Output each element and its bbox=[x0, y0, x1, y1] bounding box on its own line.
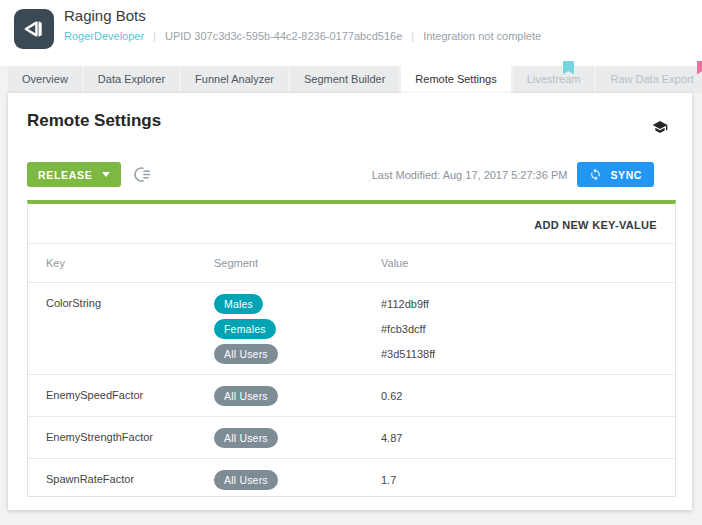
value-cell: 1.7 bbox=[381, 474, 675, 486]
bookmark-icon bbox=[697, 61, 702, 75]
tab-overview[interactable]: Overview bbox=[8, 66, 82, 93]
tab-label: Raw Data Export bbox=[610, 66, 693, 93]
segment-cell: All Users bbox=[214, 470, 381, 490]
developer-link[interactable]: RogerDeveloper bbox=[64, 30, 144, 42]
segment-badge: All Users bbox=[214, 344, 278, 364]
table-header: Key Segment Value bbox=[28, 244, 675, 283]
table-body: ColorStringMales#112db9ffFemales#fcb3dcf… bbox=[28, 283, 675, 497]
separator: | bbox=[153, 30, 156, 42]
entry-row: Females#fcb3dcff bbox=[214, 316, 675, 341]
table-row: SpawnRateFactorAll Users1.7 bbox=[28, 459, 675, 497]
value-cell: 4.87 bbox=[381, 432, 675, 444]
column-key: Key bbox=[28, 257, 214, 269]
tab-bar: OverviewData ExplorerFunnel AnalyzerSegm… bbox=[8, 66, 702, 93]
controls-row: RELEASE Last Modified: Aug 17, 2017 5:27… bbox=[27, 162, 654, 187]
separator: | bbox=[411, 30, 414, 42]
page-title: Remote Settings bbox=[27, 111, 161, 131]
tab-livestream[interactable]: Livestream bbox=[513, 66, 595, 93]
add-new-key-value-button[interactable]: ADD NEW KEY-VALUE bbox=[534, 219, 657, 231]
value-cell: 0.62 bbox=[381, 390, 675, 402]
sync-icon bbox=[589, 168, 602, 181]
segment-badge: All Users bbox=[214, 470, 278, 490]
tab-segment-builder[interactable]: Segment Builder bbox=[290, 66, 399, 93]
entry-row: All Users1.7 bbox=[214, 467, 675, 492]
value-cell: #3d51138ff bbox=[381, 348, 675, 360]
caret-down-icon bbox=[102, 172, 110, 177]
sync-label: SYNC bbox=[610, 169, 642, 181]
tab-data-explorer[interactable]: Data Explorer bbox=[84, 66, 179, 93]
entries: Males#112db9ffFemales#fcb3dcffAll Users#… bbox=[214, 291, 675, 366]
unity-logo-icon bbox=[14, 9, 54, 49]
project-meta: RogerDeveloper | UPID 307c3d3c-595b-44c2… bbox=[64, 30, 541, 42]
value-cell: #112db9ff bbox=[381, 298, 675, 310]
app-header: Raging Bots RogerDeveloper | UPID 307c3d… bbox=[0, 0, 702, 66]
table-row: ColorStringMales#112db9ffFemales#fcb3dcf… bbox=[28, 283, 675, 375]
tab-funnel-analyzer[interactable]: Funnel Analyzer bbox=[181, 66, 288, 93]
segment-cell: Females bbox=[214, 319, 381, 339]
integration-status: Integration not complete bbox=[423, 30, 541, 42]
entry-row: All Users4.87 bbox=[214, 425, 675, 450]
segment-cell: Males bbox=[214, 294, 381, 314]
upid-text: UPID 307c3d3c-595b-44c2-8236-0177abcd516… bbox=[165, 30, 402, 42]
tab-label: Funnel Analyzer bbox=[195, 66, 274, 93]
segment-cell: All Users bbox=[214, 344, 381, 364]
table-row: EnemyStrengthFactorAll Users4.87 bbox=[28, 417, 675, 459]
entry-row: All Users0.62 bbox=[214, 383, 675, 408]
table-row: EnemySpeedFactorAll Users0.62 bbox=[28, 375, 675, 417]
tab-label: Overview bbox=[22, 66, 68, 93]
tab-label: Segment Builder bbox=[304, 66, 385, 93]
segment-cell: All Users bbox=[214, 428, 381, 448]
tab-label: Data Explorer bbox=[98, 66, 165, 93]
tab-remote-settings[interactable]: Remote Settings bbox=[401, 66, 510, 93]
column-segment: Segment bbox=[214, 257, 381, 269]
segment-badge: Males bbox=[214, 294, 263, 314]
header-text-block: Raging Bots RogerDeveloper | UPID 307c3d… bbox=[64, 6, 541, 42]
key-cell: SpawnRateFactor bbox=[28, 467, 214, 492]
tab-label: Remote Settings bbox=[415, 66, 496, 93]
value-cell: #fcb3dcff bbox=[381, 323, 675, 335]
key-cell: EnemyStrengthFactor bbox=[28, 425, 214, 450]
key-cell: ColorString bbox=[28, 291, 214, 366]
school-icon[interactable] bbox=[652, 119, 668, 135]
release-label: RELEASE bbox=[38, 169, 93, 181]
changelist-icon[interactable] bbox=[134, 165, 153, 184]
sync-button[interactable]: SYNC bbox=[577, 162, 654, 187]
segment-badge: Females bbox=[214, 319, 276, 339]
entry-row: Males#112db9ff bbox=[214, 291, 675, 316]
entries: All Users1.7 bbox=[214, 467, 675, 492]
settings-card: ADD NEW KEY-VALUE Key Segment Value Colo… bbox=[27, 200, 676, 497]
segment-badge: All Users bbox=[214, 386, 278, 406]
segment-badge: All Users bbox=[214, 428, 278, 448]
segment-cell: All Users bbox=[214, 386, 381, 406]
release-dropdown[interactable]: RELEASE bbox=[27, 162, 121, 187]
unity-cube-glyph bbox=[21, 16, 47, 42]
key-cell: EnemySpeedFactor bbox=[28, 383, 214, 408]
main-panel: Remote Settings RELEASE Last Modified: A… bbox=[8, 93, 692, 510]
add-new-row: ADD NEW KEY-VALUE bbox=[28, 204, 675, 244]
project-title: Raging Bots bbox=[64, 6, 541, 26]
entries: All Users0.62 bbox=[214, 383, 675, 408]
remote-settings-page: Raging Bots RogerDeveloper | UPID 307c3d… bbox=[0, 0, 702, 525]
column-value: Value bbox=[381, 257, 675, 269]
entries: All Users4.87 bbox=[214, 425, 675, 450]
tab-raw-data-export[interactable]: Raw Data Export bbox=[596, 66, 702, 93]
last-modified-text: Last Modified: Aug 17, 2017 5:27:36 PM bbox=[372, 169, 568, 181]
bookmark-icon bbox=[563, 61, 574, 75]
entry-row: All Users#3d51138ff bbox=[214, 341, 675, 366]
